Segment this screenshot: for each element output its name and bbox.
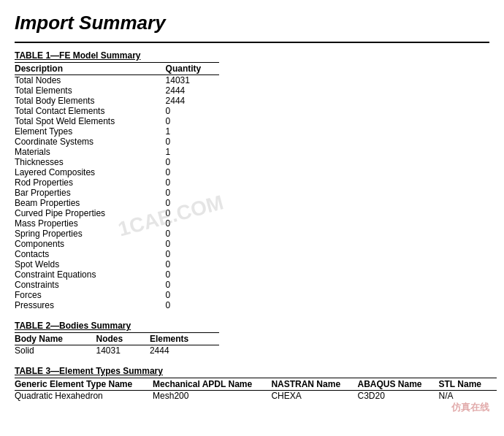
table2-title: TABLE 2—Bodies Summary: [15, 321, 489, 331]
table-row: Solid140312444: [15, 345, 219, 356]
page-title: Import Summary: [15, 12, 489, 34]
table3-col-stl: STL Name: [439, 378, 497, 391]
table2-col-nodes: Nodes: [96, 333, 149, 345]
table-row: Constraint Equations0: [15, 269, 219, 280]
table-row: Total Spot Weld Elements0: [15, 116, 219, 126]
table3-title: TABLE 3—Element Types Summary: [15, 366, 489, 376]
table1-section: TABLE 1—FE Model Summary Description Qua…: [15, 50, 489, 310]
table-row: Coordinate Systems0: [15, 137, 219, 147]
table2-col-elements: Elements: [150, 333, 219, 345]
table1-title: TABLE 1—FE Model Summary: [15, 50, 489, 61]
table-row: Total Nodes14031: [15, 75, 219, 86]
table-row: Constraints0: [15, 280, 219, 290]
table2: Body Name Nodes Elements Solid140312444: [15, 332, 219, 356]
table-row: Spot Welds0: [15, 259, 219, 269]
table-row: Total Contact Elements0: [15, 106, 219, 116]
table1: Description Quantity Total Nodes14031Tot…: [15, 62, 219, 310]
table-row: Layered Composites0: [15, 167, 219, 177]
table1-col-quantity: Quantity: [144, 63, 219, 75]
table-row: Rod Properties0: [15, 177, 219, 188]
table2-col-bodyname: Body Name: [15, 333, 96, 345]
table-row: Curved Pipe Properties0: [15, 208, 219, 218]
table-row: Bar Properties0: [15, 188, 219, 198]
table-row: Quadratic HexahedronMesh200CHEXAC3D20N/A: [15, 391, 497, 402]
table-row: Mass Properties0: [15, 218, 219, 229]
table-row: Thicknesses0: [15, 157, 219, 167]
watermark2: 仿真在线: [451, 401, 489, 414]
table-row: Total Elements2444: [15, 85, 219, 96]
table-row: Materials1: [15, 147, 219, 157]
table-row: Spring Properties0: [15, 229, 219, 239]
table-row: Components0: [15, 239, 219, 249]
table3-col-apdl: Mechanical APDL Name: [153, 378, 271, 391]
table3-col-generic: Generic Element Type Name: [15, 378, 153, 391]
table1-col-description: Description: [15, 63, 144, 75]
table-row: Contacts0: [15, 249, 219, 259]
table-row: Element Types1: [15, 126, 219, 137]
table2-section: TABLE 2—Bodies Summary Body Name Nodes E…: [15, 321, 489, 356]
table-row: Total Body Elements2444: [15, 96, 219, 106]
table-row: Forces0: [15, 290, 219, 300]
table3-section: TABLE 3—Element Types Summary Generic El…: [15, 366, 489, 401]
table-row: Beam Properties0: [15, 198, 219, 208]
table-row: Pressures0: [15, 300, 219, 310]
table3-col-abaqus: ABAQUS Name: [358, 378, 439, 391]
table3: Generic Element Type Name Mechanical APD…: [15, 378, 497, 401]
table3-col-nastran: NASTRAN Name: [271, 378, 357, 391]
